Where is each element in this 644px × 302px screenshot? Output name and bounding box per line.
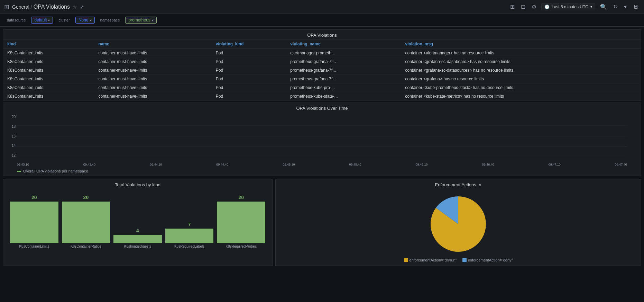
x-axis-label: 09:44:40: [216, 163, 228, 166]
table-row: K8sContainerLimitscontainer-must-have-li…: [3, 66, 641, 75]
time-range-picker[interactable]: 🕐 Last 5 minutes UTC ▾: [541, 3, 595, 10]
x-axis-label: 09:43:10: [17, 163, 29, 166]
cluster-label: cluster: [56, 17, 72, 23]
cell-kind: K8sContainerLimits: [3, 66, 94, 75]
pie-title-caret[interactable]: ∨: [479, 183, 481, 187]
time-range-label: Last 5 minutes UTC: [552, 5, 588, 9]
namespace-label: namespace: [98, 17, 123, 23]
x-axis-label: 09:46:40: [482, 163, 494, 166]
table-header-row: kind name violating_kind violating_name …: [3, 39, 641, 49]
table-row: K8sContainerLimitscontainer-must-have-li…: [3, 49, 641, 57]
cell-violating-kind: Pod: [212, 57, 286, 66]
breadcrumb-separator: /: [31, 4, 32, 10]
bar-chart-title: Total Violations by kind: [3, 179, 272, 189]
cell-violating-name: prometheus-grafana-7f...: [286, 57, 401, 66]
filter-bar: datasource default ▾ cluster None ▾ name…: [0, 14, 644, 27]
cell-violating-kind: Pod: [212, 92, 286, 101]
legend-label: Overall OPA violations per namespace: [23, 169, 88, 173]
cell-violating-name: prometheus-grafana-7f...: [286, 75, 401, 83]
grid-icon: ⊞: [4, 3, 9, 11]
cell-violating-name: prometheus-kube-state-...: [286, 92, 401, 101]
search-icon-btn[interactable]: 🔍: [599, 2, 608, 11]
cell-violating-name: prometheus-kube-pro-...: [286, 83, 401, 92]
y-axis-label: 18: [4, 125, 16, 128]
settings-icon-btn[interactable]: ⚙: [530, 2, 538, 11]
bar-value: 20: [83, 195, 89, 200]
bar-label: K8sImageDigests: [124, 245, 151, 248]
bar-label: K8sRequiredProbes: [226, 245, 257, 248]
y-axis-label: 12: [4, 153, 16, 157]
star-icon[interactable]: ☆: [73, 4, 77, 10]
pie-chart-title: Enforcement Actions ∨: [276, 179, 641, 189]
x-axis-label: 09:43:40: [83, 163, 95, 166]
clock-icon: 🕐: [544, 5, 550, 9]
y-axis-label: 16: [4, 134, 16, 138]
bar-rect: [217, 202, 265, 243]
x-axis-label: 09:45:10: [283, 163, 295, 166]
namespace-caret: ▾: [152, 18, 154, 22]
cell-kind: K8sContainerLimits: [3, 83, 94, 92]
cell-name: container-must-have-limits: [94, 75, 212, 83]
cell-violation-msg: container <kube-state-metrics> has no re…: [401, 92, 641, 101]
y-axis-label: 20: [4, 115, 16, 119]
cluster-filter[interactable]: None ▾: [75, 17, 95, 24]
expand-icon-btn[interactable]: ▾: [623, 2, 628, 11]
cell-kind: K8sContainerLimits: [3, 75, 94, 83]
cell-kind: K8sContainerLimits: [3, 49, 94, 57]
namespace-filter[interactable]: prometheus ▾: [125, 17, 156, 24]
x-axis-label: 09:47:40: [615, 163, 627, 166]
x-axis-label: 09:47:10: [549, 163, 561, 166]
chart-legend: Overall OPA violations per namespace: [3, 168, 641, 176]
cell-name: container-must-have-limits: [94, 83, 212, 92]
col-violating-name[interactable]: violating_name: [286, 39, 401, 49]
y-axis-label: 14: [4, 144, 16, 148]
breadcrumb-parent: General: [12, 4, 29, 10]
bar-value: 20: [238, 195, 244, 200]
datasource-label: datasource: [4, 17, 28, 23]
col-violating-kind[interactable]: violating_kind: [212, 39, 286, 49]
col-kind[interactable]: kind: [3, 39, 94, 49]
cell-name: container-must-have-limits: [94, 57, 212, 66]
monitor-icon-btn[interactable]: 🖥: [632, 2, 640, 11]
col-name[interactable]: name: [94, 39, 212, 49]
bottom-panels: Total Violations by kind 20K8sContainerL…: [3, 179, 641, 266]
datasource-caret: ▾: [48, 18, 50, 22]
legend-label: enforcementAction="dryrun": [410, 258, 457, 262]
datasource-default-filter[interactable]: default ▾: [31, 17, 53, 24]
x-axis-label: 09:44:10: [150, 163, 162, 166]
x-axis: 09:43:1009:43:4009:44:1009:44:4009:45:10…: [17, 163, 627, 166]
bar-rect: [10, 202, 58, 243]
legend-color-box: [462, 258, 467, 262]
share-icon[interactable]: ⤢: [80, 4, 84, 10]
bar-rect: [113, 235, 162, 243]
bar-chart: 20K8sContainerLimits20K8sContainerRatios…: [3, 189, 272, 259]
legend-label: enforcementAction="deny": [468, 258, 513, 262]
pie-container: enforcementAction="dryrun"enforcementAct…: [276, 189, 641, 266]
bar-column: 20K8sContainerRatios: [62, 195, 110, 248]
pie-chart-svg: [427, 193, 489, 255]
cell-violating-kind: Pod: [212, 75, 286, 83]
cell-violation-msg: container <grafana-sc-dashboard> has no …: [401, 57, 641, 66]
cell-violating-name: alertmanager-prometh...: [286, 49, 401, 57]
camera-icon-btn[interactable]: ⊡: [519, 2, 527, 11]
table-row: K8sContainerLimitscontainer-must-have-li…: [3, 57, 641, 66]
pie-chart-panel: Enforcement Actions ∨ enforcementAction=…: [275, 179, 641, 266]
page-title: OPA Violations: [34, 4, 70, 10]
bar-label: K8sRequiredLabels: [174, 245, 204, 248]
table-row: K8sContainerLimitscontainer-must-have-li…: [3, 75, 641, 83]
x-axis-label: 09:46:10: [416, 163, 428, 166]
chevron-down-icon: ▾: [590, 5, 592, 9]
time-chart-title: OPA Violations Over Time: [3, 103, 641, 112]
namespace-value: prometheus: [128, 18, 150, 23]
col-violation-msg[interactable]: violation_msg: [401, 39, 641, 49]
bar-label: K8sContainerRatios: [71, 245, 101, 248]
refresh-icon-btn[interactable]: ↻: [612, 2, 619, 11]
y-axis: 2018161412: [4, 115, 16, 157]
bar-value: 20: [31, 195, 37, 200]
bar-column: 20K8sRequiredProbes: [217, 195, 265, 248]
time-chart-area: 2018161412 09:43:1009:43:4009:44:1009:44…: [3, 112, 641, 168]
violations-table-title: OPA Violations: [307, 33, 337, 38]
cell-kind: K8sContainerLimits: [3, 57, 94, 66]
datasource-value: default: [34, 18, 47, 23]
dashboard-icon-btn[interactable]: ⊞: [509, 2, 516, 11]
